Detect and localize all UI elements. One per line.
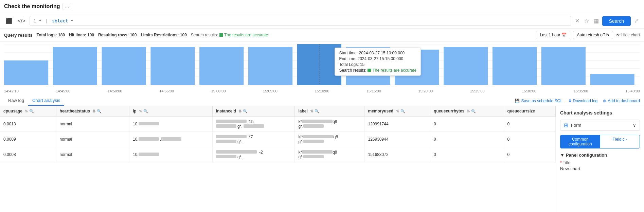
sort-icon-queuecurrbytes[interactable]: ⇅ — [467, 109, 470, 113]
calendar-icon: 📅 — [561, 33, 567, 37]
chevron-down-icon: ▼ — [560, 153, 565, 158]
blurred-instanceid-1a — [216, 135, 247, 138]
filter-icon-instanceid[interactable]: 🔍 — [243, 109, 248, 113]
filter-icon-cpuusage[interactable]: 🔍 — [29, 109, 34, 113]
blurred-instanceid-0a — [216, 120, 247, 123]
cell-memoryused-1: 126930944 — [364, 132, 430, 147]
table-row: 0.0009 normal 10. . *7 g*. ki*q8 g*. 1 — [0, 132, 556, 147]
query-actions: ✕ ☆ ▦ Search ⤢ — [574, 16, 640, 26]
query-editor[interactable]: 1 * | select * — [30, 16, 571, 26]
chart-svg[interactable]: Start time: 2024-03-27 15:10:00.000 End … — [4, 44, 640, 88]
bar-11[interactable] — [541, 47, 586, 85]
star-icon[interactable]: ☆ — [583, 17, 590, 25]
panel-configuration-section: ▼ Panel configuration * Title New-chart — [560, 153, 640, 171]
chart-area: Start time: 2024-03-27 15:10:00.000 End … — [0, 41, 644, 94]
panel-configuration-title[interactable]: ▼ Panel configuration — [560, 153, 640, 158]
hide-chart-button[interactable]: 👁 Hide chart — [616, 33, 640, 37]
table-wrap[interactable]: cpuusage ⇅ 🔍 heartbeatstatus ⇅ 🔍 — [0, 106, 556, 212]
blurred-ip-1b — [161, 137, 181, 141]
tab-field-config[interactable]: Field c › — [600, 135, 640, 148]
download-icon: ⬇ — [568, 99, 572, 103]
right-panel: Chart analysis settings ⊞ Form ∨ Common … — [556, 106, 644, 212]
filter-icon-label[interactable]: 🔍 — [315, 109, 319, 113]
sort-icon-label[interactable]: ⇅ — [310, 109, 313, 113]
code-icon[interactable]: </> — [16, 17, 27, 25]
col-label: label ⇅ 🔍 — [295, 106, 364, 117]
hit-lines-stat: Hit lines: 100 — [69, 33, 94, 37]
more-button[interactable]: ... — [62, 3, 71, 10]
blurred-ip-2 — [139, 153, 159, 156]
blurred-label-2a — [302, 150, 333, 154]
blurred-label-0a — [302, 120, 333, 123]
cell-cpuusage-0: 0.0013 — [0, 117, 56, 132]
filter-icon-heartbeatstatus[interactable]: 🔍 — [97, 109, 102, 113]
filter-icon-ip[interactable]: 🔍 — [143, 109, 148, 113]
sort-icon-heartbeatstatus[interactable]: ⇅ — [92, 109, 95, 113]
query-bar: ⬛ </> 1 * | select * ✕ ☆ ▦ Search ⤢ — [0, 13, 644, 29]
panel-title: Chart analysis settings — [560, 110, 640, 116]
expand-icon[interactable]: ⬛ — [4, 16, 14, 25]
cell-queuecurrsize-0: 0 — [504, 117, 555, 132]
query-results-label: Query results — [4, 33, 33, 38]
cell-memoryused-0: 120991744 — [364, 117, 430, 132]
layout-icon[interactable]: ▦ — [592, 17, 600, 25]
tooltip-start-time: Start time: 2024-03-27 15:10:00.000 — [339, 51, 416, 55]
results-controls: Last 1 hour 📅 Auto refresh off ↻ 👁 Hide … — [536, 31, 640, 39]
sort-icon-instanceid[interactable]: ⇅ — [238, 109, 242, 113]
blurred-instanceid-0c — [244, 124, 264, 128]
bar-2[interactable] — [102, 47, 146, 85]
accurate-dot — [219, 33, 223, 37]
sort-icon-memoryused[interactable]: ⇅ — [396, 109, 399, 113]
sort-icon-ip[interactable]: ⇅ — [139, 109, 142, 113]
chevron-down-icon: ∨ — [633, 123, 636, 128]
cell-memoryused-2: 151683072 — [364, 147, 430, 162]
page-title: Check the monitoring — [4, 3, 60, 10]
bar-4[interactable] — [199, 47, 244, 85]
col-queuecurrsize: queuecurrsize — [504, 106, 555, 117]
time-range-button[interactable]: Last 1 hour 📅 — [536, 31, 570, 39]
blurred-ip-0 — [139, 122, 159, 125]
expand-search-icon[interactable]: ⤢ — [633, 17, 640, 25]
save-schedule-sql-button[interactable]: 💾 Save as schedule SQL — [515, 99, 562, 103]
refresh-icon: ↻ — [606, 33, 609, 37]
sort-icon-cpuusage[interactable]: ⇅ — [25, 109, 28, 113]
tab-common-config[interactable]: Common configuration — [560, 135, 600, 148]
auto-refresh-button[interactable]: Auto refresh off ↻ — [573, 31, 613, 39]
cell-label-0: k*q8 g*. — [295, 117, 364, 132]
cell-label-2: k*q8 g*. — [295, 147, 364, 162]
clear-icon[interactable]: ✕ — [574, 17, 581, 25]
col-instanceid: instanceid ⇅ 🔍 — [212, 106, 295, 117]
bar-0[interactable] — [4, 60, 48, 85]
add-to-dashboard-button[interactable]: ⊕ Add to dashboard — [603, 99, 640, 103]
blurred-instanceid-2a — [216, 150, 257, 154]
bar-12[interactable] — [590, 74, 634, 85]
cell-heartbeatstatus-1: normal — [56, 132, 129, 147]
tab-raw-log[interactable]: Raw log — [4, 96, 28, 106]
filter-icon-memoryused[interactable]: 🔍 — [400, 109, 405, 113]
download-log-button[interactable]: ⬇ Download log — [568, 99, 598, 103]
bar-9[interactable] — [444, 47, 488, 85]
cell-queuecurrbytes-0: 0 — [430, 117, 504, 132]
col-heartbeatstatus: heartbeatstatus ⇅ 🔍 — [56, 106, 129, 117]
filter-icon-queuecurrbytes[interactable]: 🔍 — [471, 109, 476, 113]
chart-x-labels: 14:42:10 14:45:00 14:50:00 14:55:00 15:0… — [4, 88, 640, 94]
col-queuecurrbytes: queuecurrbytes ⇅ 🔍 — [430, 106, 504, 117]
bar-10[interactable] — [493, 47, 537, 85]
add-icon: ⊕ — [603, 99, 606, 103]
search-results-accurate: Search results: The results are accurate — [191, 33, 268, 37]
bar-1[interactable] — [53, 47, 97, 85]
cell-queuecurrbytes-2: 0 — [430, 147, 504, 162]
panel-type-label: Form — [571, 123, 581, 128]
panel-title-value[interactable]: New-chart — [560, 166, 640, 171]
limits-stat: Limits Restrictions: 100 — [141, 33, 186, 37]
tooltip-end-time: End time: 2024-03-27 15:15:00.000 — [339, 56, 416, 61]
panel-type-select[interactable]: ⊞ Form ∨ — [560, 120, 640, 131]
cell-cpuusage-2: 0.0008 — [0, 147, 56, 162]
col-memoryused: memoryused ⇅ 🔍 — [364, 106, 430, 117]
bar-3[interactable] — [150, 47, 195, 85]
chart-tooltip: Start time: 2024-03-27 15:10:00.000 End … — [335, 48, 421, 76]
search-button[interactable]: Search — [602, 16, 631, 26]
tooltip-search-results: Search results: The results are accurate — [339, 68, 416, 73]
tab-chart-analysis[interactable]: Chart analysis — [28, 96, 64, 106]
bar-5[interactable] — [248, 47, 292, 85]
